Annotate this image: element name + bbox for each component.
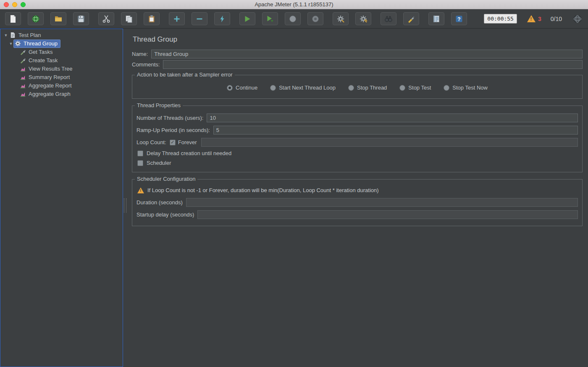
startup-delay-input[interactable] bbox=[197, 210, 578, 219]
duration-input[interactable] bbox=[186, 198, 578, 207]
listener-icon bbox=[20, 82, 26, 89]
cut-scissors-icon bbox=[102, 15, 110, 23]
save-button[interactable] bbox=[73, 12, 89, 25]
traffic-lights bbox=[4, 2, 26, 7]
radio-stop-thread[interactable]: Stop Thread bbox=[348, 84, 387, 91]
tree-item-get-tasks[interactable]: Get Tasks bbox=[0, 48, 123, 56]
help-button[interactable]: ? bbox=[451, 12, 467, 25]
toggle-button[interactable] bbox=[214, 12, 230, 25]
radio-continue[interactable]: Continue bbox=[227, 84, 257, 91]
tree-item-view-results-tree[interactable]: View Results Tree bbox=[0, 65, 123, 73]
close-window-button[interactable] bbox=[4, 2, 9, 7]
expand-collapse-icon[interactable]: ▼ bbox=[8, 42, 14, 46]
remote-globe-icon bbox=[573, 14, 582, 24]
radio-stop-test-now[interactable]: Stop Test Now bbox=[444, 84, 488, 91]
name-input[interactable] bbox=[151, 50, 583, 58]
templates-button[interactable] bbox=[28, 12, 44, 25]
ramp-up-label: Ramp-Up Period (in seconds): bbox=[136, 127, 210, 133]
start-no-pauses-button[interactable] bbox=[262, 12, 278, 25]
loop-count-input[interactable] bbox=[201, 138, 578, 147]
tree-item-label: Get Tasks bbox=[29, 49, 53, 55]
forever-label[interactable]: Forever bbox=[178, 139, 197, 145]
cut-button[interactable] bbox=[98, 12, 114, 25]
ramp-up-input[interactable] bbox=[213, 126, 578, 135]
radio-label: Start Next Thread Loop bbox=[279, 84, 336, 91]
tree-item-aggregate-report[interactable]: Aggregate Report bbox=[0, 82, 123, 90]
sampler-icon bbox=[20, 49, 26, 55]
delay-thread-creation-checkbox[interactable] bbox=[137, 150, 143, 156]
tree-item-label: Aggregate Report bbox=[29, 82, 72, 89]
open-folder-icon bbox=[54, 15, 63, 23]
stop-icon bbox=[289, 15, 297, 23]
scheduler-label[interactable]: Scheduler bbox=[147, 160, 171, 166]
comments-input[interactable] bbox=[163, 60, 583, 69]
name-label: Name: bbox=[132, 51, 148, 57]
add-button[interactable] bbox=[169, 12, 185, 25]
clear-button[interactable] bbox=[333, 12, 349, 25]
tree-item-label: Summary Report bbox=[29, 74, 70, 80]
copy-icon bbox=[125, 15, 133, 23]
sampler-error-options: Continue Start Next Thread Loop Stop Thr… bbox=[136, 83, 578, 93]
listener-icon bbox=[20, 74, 26, 80]
shutdown-button[interactable] bbox=[307, 12, 323, 25]
open-button[interactable] bbox=[50, 12, 66, 25]
expand-collapse-icon[interactable]: ▼ bbox=[3, 33, 9, 37]
radio-icon bbox=[399, 85, 405, 91]
sampler-icon bbox=[20, 57, 26, 63]
stop-button[interactable] bbox=[285, 12, 301, 25]
radio-selected-icon bbox=[227, 85, 233, 91]
toolbar-group-run bbox=[239, 12, 323, 25]
remove-button[interactable] bbox=[192, 12, 207, 25]
start-button[interactable] bbox=[239, 12, 255, 25]
toolbar-group-help: ? bbox=[428, 12, 467, 25]
minimize-window-button[interactable] bbox=[12, 2, 17, 7]
scheduler-warning-icon bbox=[137, 187, 144, 193]
tree-main-splitter[interactable] bbox=[123, 29, 127, 367]
toolbar-group-search bbox=[381, 12, 419, 25]
radio-start-next-thread-loop[interactable]: Start Next Thread Loop bbox=[270, 84, 336, 91]
scheduler-checkbox[interactable] bbox=[137, 160, 143, 166]
clear-all-gear-icon bbox=[359, 15, 368, 23]
test-plan-icon bbox=[10, 32, 16, 38]
remote-start-button[interactable] bbox=[573, 14, 582, 24]
startup-delay-label: Startup delay (seconds) bbox=[136, 211, 194, 218]
clear-all-button[interactable] bbox=[355, 12, 371, 25]
num-threads-input[interactable] bbox=[207, 114, 578, 122]
toolbar-group-clear bbox=[333, 12, 371, 25]
tree-item-create-task[interactable]: Create Task bbox=[0, 56, 123, 65]
sampler-error-group: Action to be taken after a Sampler error… bbox=[132, 75, 583, 99]
tree-item-thread-group[interactable]: ▼ Thread Group bbox=[0, 40, 123, 48]
warning-icon bbox=[527, 15, 536, 22]
duration-label: Duration (seconds) bbox=[136, 199, 183, 206]
scheduler-configuration-legend: Scheduler Configuration bbox=[135, 176, 197, 182]
paste-button[interactable] bbox=[144, 12, 160, 25]
log-errors-indicator[interactable]: 3 bbox=[527, 15, 541, 22]
start-no-pauses-icon bbox=[266, 15, 274, 23]
search-button[interactable] bbox=[381, 12, 396, 25]
tree-item-label: Test Plan bbox=[18, 32, 41, 38]
thread-group-config-panel: Thread Group Name: Comments: Action to b… bbox=[127, 29, 588, 367]
toolbar-group-tree bbox=[169, 12, 230, 25]
forever-checkbox[interactable] bbox=[170, 140, 176, 145]
listener-icon bbox=[20, 66, 26, 72]
scheduler-configuration-group: Scheduler Configuration If Loop Count is… bbox=[132, 179, 583, 226]
tree-item-summary-report[interactable]: Summary Report bbox=[0, 73, 123, 82]
search-reset-button[interactable] bbox=[403, 12, 419, 25]
listener-icon bbox=[20, 91, 26, 97]
start-play-icon bbox=[243, 15, 252, 23]
paste-clipboard-icon bbox=[147, 15, 156, 23]
tree-item-aggregate-graph[interactable]: Aggregate Graph bbox=[0, 90, 123, 98]
radio-stop-test[interactable]: Stop Test bbox=[399, 84, 431, 91]
delay-thread-creation-label[interactable]: Delay Thread creation until needed bbox=[147, 150, 231, 156]
function-helper-button[interactable] bbox=[428, 12, 444, 25]
help-icon: ? bbox=[455, 15, 463, 23]
tree-item-label: Thread Group bbox=[24, 40, 58, 47]
new-file-button[interactable] bbox=[5, 12, 21, 25]
copy-button[interactable] bbox=[121, 12, 137, 25]
zoom-window-button[interactable] bbox=[21, 2, 26, 7]
panel-title: Thread Group bbox=[133, 35, 583, 44]
test-duration-timer: 00:00:55 bbox=[484, 14, 517, 24]
sampler-error-legend: Action to be taken after a Sampler error bbox=[135, 71, 235, 78]
tree-item-test-plan[interactable]: ▼ Test Plan bbox=[0, 31, 123, 40]
num-threads-label: Number of Threads (users): bbox=[136, 115, 203, 121]
